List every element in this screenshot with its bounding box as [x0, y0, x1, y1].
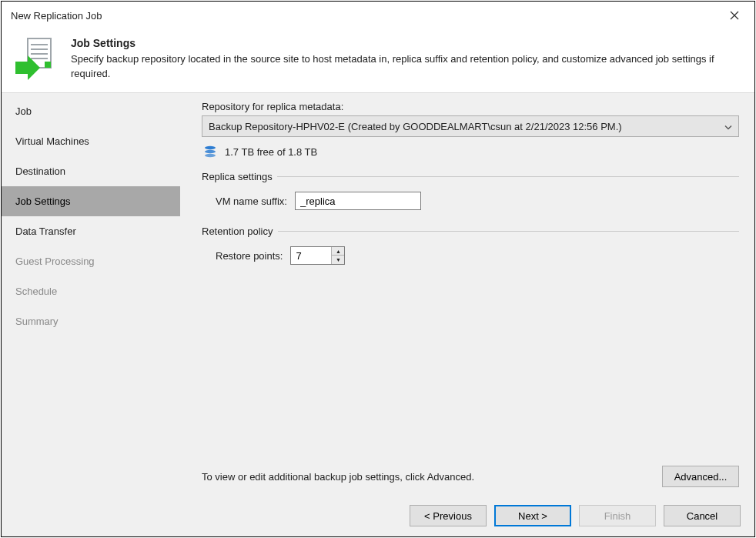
wizard-content: Repository for replica metadata: Backup …	[180, 93, 754, 495]
spinner-down-button[interactable]: ▼	[332, 256, 344, 264]
svg-point-9	[205, 146, 216, 149]
window-title: New Replication Job	[11, 10, 721, 22]
cancel-button[interactable]: Cancel	[664, 505, 741, 526]
svg-point-11	[205, 154, 216, 157]
svg-rect-7	[45, 62, 51, 68]
sidebar-item-virtual-machines[interactable]: Virtual Machines	[2, 126, 180, 156]
advanced-row: To view or edit additional backup job se…	[202, 453, 739, 487]
storage-free-text: 1.7 TB free of 1.8 TB	[225, 146, 317, 158]
wizard-window: New Replication Job Job Settings Specify…	[1, 1, 755, 537]
vm-suffix-input[interactable]	[295, 192, 421, 210]
job-settings-icon	[14, 35, 57, 82]
close-icon	[730, 11, 739, 20]
close-button[interactable]	[721, 5, 748, 26]
replica-settings-legend: Replica settings	[202, 171, 277, 182]
page-description: Specify backup repository located in the…	[71, 52, 742, 82]
chevron-down-icon	[724, 121, 732, 132]
retention-policy-legend: Retention policy	[202, 226, 278, 237]
repository-selected: Backup Repository-HPHV02-E (Created by G…	[209, 121, 622, 132]
sidebar-item-job-settings[interactable]: Job Settings	[2, 186, 180, 216]
title-bar: New Replication Job	[2, 2, 754, 29]
spinner-up-button[interactable]: ▲	[332, 247, 344, 256]
disk-stack-icon	[203, 145, 217, 159]
wizard-header: Job Settings Specify backup repository l…	[2, 29, 754, 92]
advanced-button[interactable]: Advanced...	[662, 466, 739, 487]
wizard-body: Job Virtual Machines Destination Job Set…	[2, 92, 754, 495]
previous-button[interactable]: < Previous	[410, 505, 487, 526]
sidebar-item-guest-processing: Guest Processing	[2, 246, 180, 276]
replica-settings-group: Replica settings VM name suffix:	[202, 171, 739, 210]
header-text: Job Settings Specify backup repository l…	[71, 35, 742, 82]
storage-line: 1.7 TB free of 1.8 TB	[202, 145, 739, 159]
next-button[interactable]: Next >	[494, 505, 571, 526]
page-title: Job Settings	[71, 37, 742, 49]
restore-points-input[interactable]	[291, 247, 331, 264]
wizard-sidebar: Job Virtual Machines Destination Job Set…	[2, 93, 180, 495]
sidebar-item-job[interactable]: Job	[2, 96, 180, 126]
sidebar-item-schedule: Schedule	[2, 276, 180, 306]
wizard-footer: < Previous Next > Finish Cancel	[2, 495, 754, 536]
repository-dropdown[interactable]: Backup Repository-HPHV02-E (Created by G…	[202, 115, 739, 137]
retention-policy-group: Retention policy Restore points: ▲ ▼	[202, 226, 739, 265]
sidebar-item-data-transfer[interactable]: Data Transfer	[2, 216, 180, 246]
vm-suffix-label: VM name suffix:	[216, 195, 287, 207]
sidebar-item-destination[interactable]: Destination	[2, 156, 180, 186]
repository-label: Repository for replica metadata:	[202, 101, 739, 112]
restore-points-spinner[interactable]: ▲ ▼	[290, 246, 345, 265]
svg-point-10	[205, 150, 216, 153]
finish-button: Finish	[579, 505, 656, 526]
sidebar-item-summary: Summary	[2, 306, 180, 336]
restore-points-label: Restore points:	[216, 250, 283, 262]
advanced-hint: To view or edit additional backup job se…	[202, 471, 474, 483]
